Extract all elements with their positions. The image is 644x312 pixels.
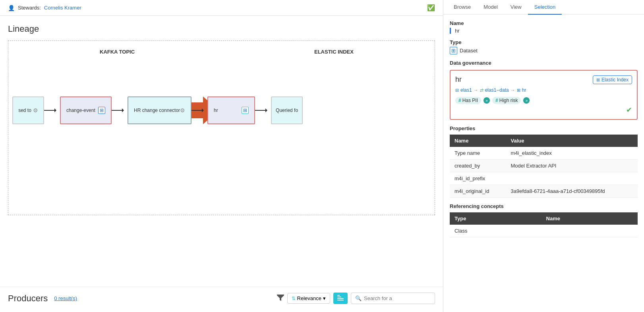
lineage-title: Lineage <box>8 24 435 34</box>
prop-row-created-by: created_by Model Extractor API <box>450 160 638 172</box>
panel-tabs: Browse Model View Selection <box>443 0 644 15</box>
prop-name-m4i-id-prefix: m4i_id_prefix <box>450 172 506 185</box>
producers-header: Producers 0 result(s) ⇅ Relevance ▾ <box>8 293 435 304</box>
hr-change-connector-node[interactable]: HR change connector ⚙ <box>128 96 191 124</box>
elastic-index-icon: ⊞ <box>596 77 600 83</box>
right-partial-node[interactable]: Queried fo <box>271 96 303 124</box>
prop-row-m4i-id-prefix: m4i_id_prefix <box>450 172 638 185</box>
connector-2 <box>112 110 128 111</box>
ref-concepts-table: Type Name Class <box>450 212 638 237</box>
prop-name-created-by: created_by <box>450 160 506 172</box>
sort-toggle-button[interactable] <box>333 293 348 304</box>
prop-name-m4i-original-id: m4i_original_id <box>450 185 506 198</box>
dataset-icon-hr: ⊞ <box>242 107 249 114</box>
bc-elas1[interactable]: elas1 <box>460 87 472 93</box>
results-link[interactable]: 0 result(s) <box>54 295 77 301</box>
elastic-label: ELASTIC INDEX <box>314 49 354 55</box>
left-partial-node[interactable]: sed to ⚙ <box>12 96 44 124</box>
kafka-label: KAFKA TOPIC <box>100 49 135 55</box>
change-event-label: change-event <box>66 108 95 113</box>
person-icon: 👤 <box>8 5 15 11</box>
change-event-node[interactable]: change-event ⊞ <box>60 96 112 124</box>
right-panel: Browse Model View Selection Name hr Type… <box>443 0 644 312</box>
producers-section: Producers 0 result(s) ⇅ Relevance ▾ <box>0 287 443 312</box>
bc-hr[interactable]: hr <box>522 87 526 93</box>
name-value: hr <box>455 28 638 34</box>
prop-value-created-by: Model Extractor API <box>506 160 638 172</box>
connector-4 <box>255 110 271 111</box>
bc-elas1data[interactable]: elas1--data <box>485 87 509 93</box>
tag-expand-risk[interactable]: » <box>523 97 530 104</box>
search-icon: 🔍 <box>355 295 362 301</box>
dg-card-name: hr <box>455 75 462 84</box>
verified-icon: ✅ <box>427 4 435 12</box>
elastic-index-label: Elastic Index <box>601 77 629 83</box>
type-label: Type <box>450 39 638 45</box>
search-input[interactable] <box>364 295 431 301</box>
hr-change-connector-label: HR change connector <box>134 108 180 113</box>
panel-body: Name hr Type ⊞ Dataset Data governance h… <box>443 15 644 243</box>
prop-row-m4i-original-id: m4i_original_id 3a9efda8-6721-4aaa-a71d-… <box>450 185 638 198</box>
dataset-icon-change-event: ⊞ <box>98 107 105 114</box>
relevance-select[interactable]: ⇅ Relevance ▾ <box>287 293 330 304</box>
chevron-down-icon: ▾ <box>323 295 326 301</box>
data-governance-section: Data governance hr ⊞ Elastic Index ⊟ ela… <box>450 60 638 120</box>
tag-high-risk: # High risk <box>492 97 521 104</box>
stewards-label: Stewards: <box>18 5 41 11</box>
hr-node[interactable]: hr ⊞ <box>207 96 255 124</box>
bc-icon-elas1data: ⇄ <box>480 88 483 93</box>
dg-title: Data governance <box>450 60 638 66</box>
dg-card: hr ⊞ Elastic Index ⊟ elas1 → ⇄ elas1--da… <box>450 70 638 120</box>
prop-value-type-name: m4i_elastic_index <box>506 147 638 160</box>
tag-has-pii-label: Has PII <box>462 98 478 103</box>
bc-arrow-2: → <box>511 87 515 93</box>
properties-table: Name Value Type name m4i_elastic_index c… <box>450 135 638 198</box>
props-col-value: Value <box>506 135 638 147</box>
ref-row-class: Class <box>450 225 638 237</box>
connector-1 <box>44 110 60 111</box>
search-controls: ⇅ Relevance ▾ 🔍 <box>277 293 435 304</box>
stewards-name[interactable]: Cornelis Kramer <box>44 5 81 11</box>
bc-icon-elas1: ⊟ <box>455 88 459 93</box>
hr-node-label: hr <box>214 108 218 113</box>
relevance-label: Relevance <box>297 295 321 301</box>
breadcrumb-row: ⊟ elas1 → ⇄ elas1--data → ⊞ hr <box>455 87 632 93</box>
type-field: Type ⊞ Dataset <box>450 39 638 54</box>
tag-high-risk-label: High risk <box>499 98 518 103</box>
gear-connector-icon: ⚙ <box>180 107 185 114</box>
sort-arrows-icon: ⇅ <box>292 296 296 301</box>
left-partial-text: sed to <box>18 108 31 113</box>
stewards-bar: 👤 Stewards: Cornelis Kramer ✅ <box>0 0 443 16</box>
ref-col-name: Name <box>542 212 638 225</box>
type-row: ⊞ Dataset <box>450 47 638 54</box>
bc-arrow-1: → <box>474 87 478 93</box>
lineage-section: Lineage KAFKA TOPIC ELASTIC INDEX sed to… <box>0 16 443 223</box>
ref-type-class: Class <box>450 225 542 237</box>
gear-left-icon: ⚙ <box>33 107 38 114</box>
tab-model[interactable]: Model <box>477 0 504 15</box>
type-value: Dataset <box>460 48 478 54</box>
prop-value-m4i-original-id: 3a9efda8-6721-4aaa-a71d-cf00349895fd <box>506 185 638 198</box>
ref-name-class <box>542 225 638 237</box>
tab-selection[interactable]: Selection <box>528 0 562 15</box>
ref-concepts-title: Referencing concepts <box>450 203 638 209</box>
dg-card-header: hr ⊞ Elastic Index <box>455 75 632 84</box>
tag-expand-pii[interactable]: » <box>483 97 490 104</box>
tab-browse[interactable]: Browse <box>447 0 477 15</box>
lineage-canvas: KAFKA TOPIC ELASTIC INDEX sed to ⚙ <box>8 40 435 215</box>
prop-name-type-name: Type name <box>450 147 506 160</box>
main-content: 👤 Stewards: Cornelis Kramer ✅ Lineage KA… <box>0 0 443 312</box>
right-partial-text: Queried fo <box>276 108 298 113</box>
nodes-row: sed to ⚙ change-event ⊞ <box>8 96 435 124</box>
tag-has-pii: # Has PII <box>455 97 481 104</box>
name-label: Name <box>450 20 638 26</box>
filter-button[interactable] <box>277 295 284 302</box>
tab-view[interactable]: View <box>504 0 528 15</box>
search-input-container: 🔍 <box>351 293 435 304</box>
prop-row-type-name: Type name m4i_elastic_index <box>450 147 638 160</box>
connector-3 <box>191 110 207 111</box>
properties-title: Properties <box>450 125 638 131</box>
elastic-index-badge: ⊞ Elastic Index <box>593 75 632 84</box>
bc-icon-hr: ⊞ <box>517 88 520 93</box>
properties-section: Properties Name Value Type name m4i_elas… <box>450 125 638 198</box>
